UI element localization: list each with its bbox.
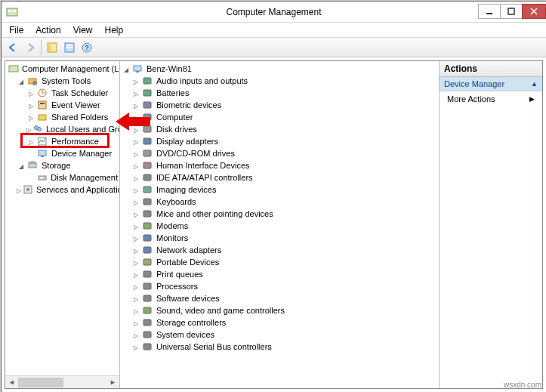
device-category-icon	[141, 123, 153, 135]
device-category[interactable]: Batteries	[122, 87, 439, 99]
expand-icon[interactable]	[131, 137, 140, 146]
device-category-label: Portable Devices	[155, 258, 221, 267]
expand-icon[interactable]	[131, 270, 140, 279]
device-category[interactable]: IDE ATA/ATAPI controllers	[122, 171, 439, 184]
tree-event-viewer[interactable]: Event Viewer	[7, 99, 119, 111]
expand-icon[interactable]	[131, 198, 140, 206]
expand-icon[interactable]	[26, 89, 35, 97]
expand-icon[interactable]	[131, 282, 140, 291]
device-category[interactable]: Disk drives	[122, 123, 439, 135]
device-category-icon	[141, 232, 153, 244]
back-button[interactable]	[5, 39, 21, 56]
console-tree[interactable]: Computer Management (Local System Tools …	[5, 61, 119, 375]
device-tree[interactable]: Benz-Win81 Audio inputs and outputsBatte…	[120, 61, 439, 354]
expand-icon[interactable]	[131, 113, 140, 122]
device-category[interactable]: Computer	[122, 111, 439, 123]
device-category[interactable]: Software devices	[122, 292, 439, 304]
device-category[interactable]: Processors	[122, 280, 439, 292]
expand-icon[interactable]	[131, 101, 140, 110]
scroll-right-button[interactable]: ►	[106, 376, 119, 389]
expand-icon[interactable]	[131, 150, 140, 158]
device-category[interactable]: Network adapters	[122, 244, 439, 256]
tree-services-applications[interactable]: Services and Applications	[7, 184, 119, 196]
svg-rect-29	[29, 163, 36, 168]
tree-task-scheduler[interactable]: Task Scheduler	[7, 87, 119, 99]
expand-icon[interactable]	[26, 113, 35, 122]
tree-shared-folders[interactable]: Shared Folders	[7, 111, 119, 123]
menu-file[interactable]: File	[3, 23, 29, 37]
expand-icon[interactable]	[131, 343, 140, 351]
scroll-thumb[interactable]	[18, 378, 63, 387]
device-category[interactable]: DVD/CD-ROM drives	[122, 147, 439, 159]
tree-system-tools[interactable]: System Tools	[7, 75, 119, 87]
expand-icon[interactable]	[131, 234, 140, 242]
actions-section: Device Manager ▲ More Actions ▶	[440, 77, 542, 106]
actions-more-actions[interactable]: More Actions ▶	[440, 91, 542, 106]
expand-icon[interactable]	[17, 186, 21, 194]
device-category[interactable]: Human Interface Devices	[122, 159, 439, 171]
properties-button[interactable]	[61, 39, 78, 56]
device-category[interactable]: Print queues	[122, 268, 439, 280]
tree-device-manager[interactable]: Device Manager	[7, 147, 119, 159]
device-category-label: Mice and other pointing devices	[155, 209, 275, 218]
expand-icon[interactable]	[26, 137, 35, 146]
device-category-label: Computer	[155, 113, 194, 122]
maximize-button[interactable]	[500, 4, 523, 19]
expand-icon[interactable]	[122, 65, 130, 73]
expand-icon[interactable]	[131, 77, 140, 85]
expand-icon[interactable]	[131, 174, 140, 182]
actions-section-title[interactable]: Device Manager ▲	[440, 77, 542, 91]
device-category[interactable]: Keyboards	[122, 196, 439, 208]
svg-rect-26	[39, 150, 46, 156]
expand-icon[interactable]	[131, 222, 140, 230]
expand-icon[interactable]	[26, 101, 35, 110]
expand-icon[interactable]	[26, 125, 31, 134]
tree-local-users-groups[interactable]: Local Users and Groups	[7, 123, 119, 135]
expand-icon[interactable]	[131, 125, 140, 134]
tree-storage[interactable]: Storage	[7, 159, 119, 171]
expand-icon[interactable]	[131, 89, 140, 97]
expand-icon[interactable]	[131, 307, 140, 315]
minimize-button[interactable]	[478, 4, 501, 19]
forward-button[interactable]	[22, 39, 39, 56]
device-category[interactable]: Modems	[122, 220, 439, 232]
expand-icon[interactable]	[17, 77, 25, 85]
expand-icon[interactable]	[17, 162, 25, 170]
svg-rect-52	[143, 271, 151, 277]
expand-icon[interactable]	[131, 210, 140, 218]
device-category[interactable]: Monitors	[122, 232, 439, 244]
menu-action[interactable]: Action	[29, 23, 66, 37]
tree-disk-management[interactable]: Disk Management	[7, 171, 119, 184]
device-root[interactable]: Benz-Win81	[122, 63, 439, 75]
expand-icon[interactable]	[131, 246, 140, 255]
device-category[interactable]: System devices	[122, 329, 439, 341]
device-category[interactable]: Portable Devices	[122, 256, 439, 268]
device-category[interactable]: Display adapters	[122, 135, 439, 147]
device-category[interactable]: Biometric devices	[122, 99, 439, 111]
scroll-left-button[interactable]: ◄	[5, 376, 18, 389]
device-category[interactable]: Sound, video and game controllers	[122, 304, 439, 316]
device-category[interactable]: Mice and other pointing devices	[122, 208, 439, 220]
show-hide-tree-button[interactable]	[44, 39, 60, 56]
tree-performance[interactable]: Performance	[7, 135, 119, 147]
menu-view[interactable]: View	[67, 23, 99, 37]
tree-root-computer-management[interactable]: Computer Management (Local	[7, 63, 119, 75]
menu-help[interactable]: Help	[99, 23, 130, 37]
expand-icon[interactable]	[131, 162, 140, 170]
expand-icon[interactable]	[131, 331, 140, 339]
help-button[interactable]: ?	[79, 39, 95, 56]
expand-icon[interactable]	[131, 186, 140, 194]
collapse-icon[interactable]: ▲	[531, 80, 538, 88]
horizontal-scrollbar[interactable]: ◄ ►	[5, 375, 119, 388]
expand-icon[interactable]	[131, 295, 140, 303]
expand-icon[interactable]	[131, 258, 140, 267]
services-icon	[23, 184, 33, 196]
device-category[interactable]: Universal Serial Bus controllers	[122, 341, 439, 353]
expand-icon[interactable]	[131, 319, 140, 327]
device-category[interactable]: Audio inputs and outputs	[122, 75, 439, 87]
device-category[interactable]: Imaging devices	[122, 184, 439, 196]
device-category-label: Imaging devices	[155, 185, 218, 194]
scroll-track[interactable]	[18, 376, 106, 389]
device-category[interactable]: Storage controllers	[122, 316, 439, 329]
close-button[interactable]	[522, 4, 546, 19]
